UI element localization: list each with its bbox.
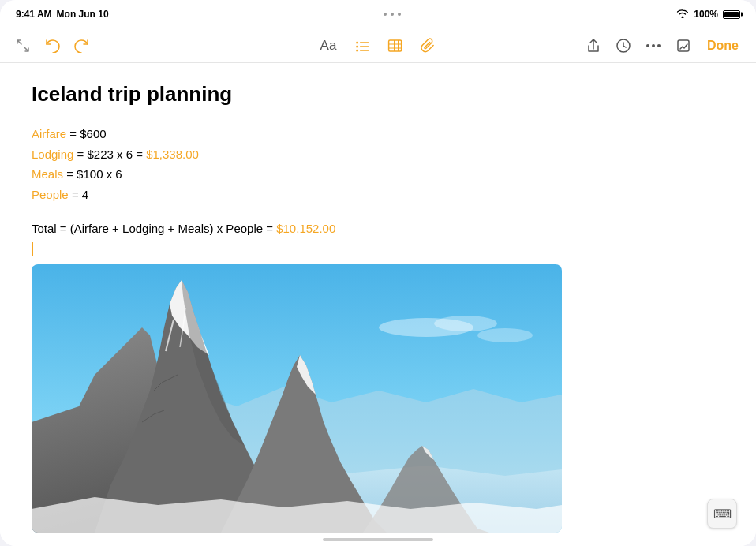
pen-button[interactable] xyxy=(614,36,633,55)
time-display: 9:41 AM xyxy=(16,9,52,20)
format-label: Aa xyxy=(320,38,337,54)
dot3 xyxy=(398,13,401,16)
wifi-icon xyxy=(676,9,689,21)
svg-point-1 xyxy=(356,45,358,47)
undo-button[interactable] xyxy=(43,37,62,54)
svg-point-29 xyxy=(434,316,497,331)
svg-point-13 xyxy=(652,44,655,47)
note-image xyxy=(32,264,562,533)
meals-line: Meals = $100 x 6 xyxy=(32,164,724,185)
airfare-value: = $600 xyxy=(66,127,106,140)
people-value: = 4 xyxy=(69,188,88,201)
svg-rect-6 xyxy=(388,40,401,51)
total-prefix: Total = (Airfare + Lodging + Meals) x Pe… xyxy=(32,222,273,235)
airfare-line: Airfare = $600 xyxy=(32,124,724,144)
note-title: Iceland trip planning xyxy=(32,82,724,107)
dot2 xyxy=(391,13,394,16)
airfare-label: Airfare xyxy=(32,127,66,140)
toolbar-right: Done xyxy=(584,36,742,55)
svg-point-14 xyxy=(657,44,661,47)
lodging-label: Lodging xyxy=(32,148,73,161)
collapse-button[interactable] xyxy=(14,37,32,54)
lodging-value: = $223 x 6 = xyxy=(73,148,143,161)
keyboard-icon: ⌨ xyxy=(713,507,732,522)
battery-icon xyxy=(723,10,740,19)
done-button[interactable]: Done xyxy=(704,37,742,54)
format-text-button[interactable]: Aa xyxy=(319,36,339,55)
total-line: Total = (Airfare + Lodging + Meals) x Pe… xyxy=(32,219,724,239)
svg-point-0 xyxy=(356,41,358,43)
status-left: 9:41 AM Mon Jun 10 xyxy=(16,9,109,20)
people-label: People xyxy=(32,188,69,201)
toolbar-left xyxy=(14,37,584,54)
lodging-computed: $1,338.00 xyxy=(143,148,199,161)
note-lines: Airfare = $600 Lodging = $223 x 6 = $1,3… xyxy=(32,124,724,204)
svg-point-2 xyxy=(356,49,358,51)
scroll-indicator xyxy=(323,538,433,541)
svg-rect-15 xyxy=(678,40,689,51)
markup-button[interactable] xyxy=(674,36,693,55)
people-line: People = 4 xyxy=(32,185,724,205)
status-bar: 9:41 AM Mon Jun 10 100% xyxy=(0,0,756,28)
total-computed: $10,152.00 xyxy=(273,222,335,235)
attach-button[interactable] xyxy=(418,36,437,55)
status-right: 100% xyxy=(676,9,740,21)
svg-point-12 xyxy=(646,44,649,47)
meals-label: Meals xyxy=(32,167,63,181)
list-button[interactable] xyxy=(352,37,371,54)
mountain-illustration xyxy=(32,264,562,533)
table-button[interactable] xyxy=(385,37,404,54)
keyboard-button[interactable]: ⌨ xyxy=(707,499,737,529)
share-button[interactable] xyxy=(584,36,603,55)
more-button[interactable] xyxy=(644,42,663,50)
battery-label: 100% xyxy=(694,9,718,20)
redo-button[interactable] xyxy=(73,37,92,54)
date-display: Mon Jun 10 xyxy=(57,9,109,20)
toolbar-center: Aa xyxy=(319,36,438,55)
meals-value: = $100 x 6 xyxy=(63,167,122,181)
lodging-line: Lodging = $223 x 6 = $1,338.00 xyxy=(32,144,724,165)
svg-point-30 xyxy=(477,328,533,342)
toolbar: Aa xyxy=(0,28,756,63)
content-area[interactable]: Iceland trip planning Airfare = $600 Lod… xyxy=(0,63,756,546)
text-cursor xyxy=(32,242,33,256)
ipad-frame: 9:41 AM Mon Jun 10 100% xyxy=(0,0,756,546)
dot1 xyxy=(384,13,387,16)
status-center xyxy=(384,13,401,16)
cursor-line xyxy=(32,242,724,256)
